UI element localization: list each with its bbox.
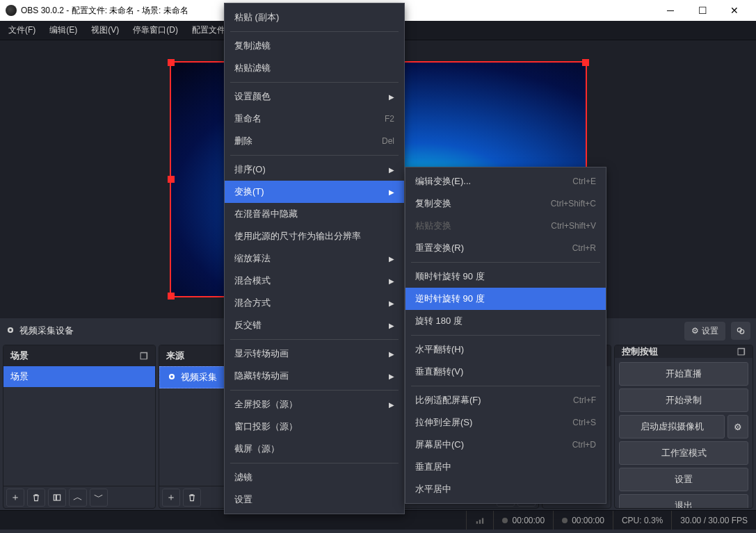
scene-up-button[interactable]: ︿: [69, 489, 87, 507]
menu-item[interactable]: 垂直翻转(V): [405, 361, 606, 383]
menu-item-shortcut: Ctrl+R: [572, 243, 596, 253]
submenu-arrow-icon: ▶: [389, 300, 394, 307]
menu-item[interactable]: 在混音器中隐藏: [225, 203, 404, 225]
menu-item[interactable]: 垂直居中: [405, 456, 606, 478]
settings-btn-label: 设置: [702, 325, 718, 337]
menu-item-label: 垂直翻转(V): [415, 366, 596, 378]
menu-item[interactable]: 混合模式▶: [225, 270, 404, 292]
stream-status: 00:00:00: [493, 511, 553, 530]
rec-dot-icon: [562, 518, 568, 523]
scene-down-button[interactable]: ﹀: [90, 489, 108, 507]
add-scene-button[interactable]: ＋: [6, 489, 24, 507]
start-virtualcam-button[interactable]: 启动虚拟摄像机: [619, 415, 725, 438]
menu-item[interactable]: 旋转 180 度: [405, 310, 606, 332]
scene-filters-button[interactable]: [48, 489, 66, 507]
transform-submenu: 编辑变换(E)...Ctrl+E复制变换Ctrl+Shift+C粘贴变换Ctrl…: [405, 167, 606, 504]
menu-item[interactable]: 显示转场动画▶: [225, 343, 404, 365]
menu-item[interactable]: 混合方式▶: [225, 292, 404, 314]
resize-handle[interactable]: [168, 59, 175, 66]
scene-item[interactable]: 场景: [3, 366, 155, 387]
menu-item-shortcut: Ctrl+Shift+C: [551, 199, 596, 208]
menu-item-shortcut: F2: [385, 114, 394, 124]
menu-item[interactable]: 比例适配屏幕(F)Ctrl+F: [405, 389, 606, 411]
svg-point-7: [170, 375, 173, 378]
menu-item[interactable]: 顺时针旋转 90 度: [405, 265, 606, 288]
add-source-button[interactable]: ＋: [162, 489, 180, 507]
popout-icon[interactable]: ❐: [737, 347, 746, 357]
settings-button[interactable]: 设置: [619, 468, 748, 491]
svg-rect-5: [56, 494, 60, 500]
gear-icon: ⚙: [691, 326, 699, 336]
menu-item-shortcut: Ctrl+S: [572, 418, 596, 427]
resize-handle[interactable]: [168, 176, 175, 183]
virtualcam-settings-button[interactable]: ⚙: [727, 415, 748, 438]
menu-item[interactable]: 粘贴滤镜: [225, 57, 404, 79]
start-streaming-button[interactable]: 开始直播: [619, 362, 748, 386]
menu-item[interactable]: 排序(O)▶: [225, 158, 404, 181]
menu-item-label: 水平居中: [415, 483, 596, 495]
obs-logo-icon: [6, 5, 17, 16]
menu-item[interactable]: 复制滤镜: [225, 35, 404, 57]
menu-item[interactable]: 水平翻转(H): [405, 338, 606, 361]
menu-item[interactable]: 复制变换Ctrl+Shift+C: [405, 192, 606, 215]
remove-scene-button[interactable]: [27, 489, 45, 507]
menu-item-label: 重命名: [234, 113, 364, 125]
close-button[interactable]: ✕: [718, 0, 750, 21]
menu-item[interactable]: 屏幕居中(C)Ctrl+D: [405, 434, 606, 456]
submenu-arrow-icon: ▶: [389, 372, 394, 380]
menu-item[interactable]: 变换(T)▶: [225, 181, 404, 203]
menu-item[interactable]: 重命名F2: [225, 108, 404, 130]
menu-item[interactable]: 重置变换(R)Ctrl+R: [405, 237, 606, 259]
studio-mode-button[interactable]: 工作室模式: [619, 441, 748, 465]
menu-item[interactable]: 缩放算法▶: [225, 247, 404, 270]
menu-edit[interactable]: 编辑(E): [44, 22, 83, 39]
menu-item[interactable]: 截屏（源）: [225, 438, 404, 460]
minimize-button[interactable]: ─: [654, 0, 686, 21]
menu-view[interactable]: 视图(V): [86, 22, 124, 39]
source-properties-button[interactable]: ⚙ 设置: [684, 322, 725, 341]
remove-source-button[interactable]: [183, 489, 201, 507]
scenes-header[interactable]: 场景 ❐: [3, 345, 155, 366]
menu-item[interactable]: 隐藏转场动画▶: [225, 365, 404, 387]
menu-item-label: 删除: [234, 135, 361, 147]
popout-icon[interactable]: ❐: [140, 351, 148, 361]
menu-item-label: 拉伸到全屏(S): [415, 416, 552, 429]
menu-item[interactable]: 编辑变换(E)...Ctrl+E: [405, 170, 606, 192]
menu-item[interactable]: 反交错▶: [225, 314, 404, 336]
submenu-arrow-icon: ▶: [389, 93, 394, 101]
menu-item[interactable]: 使用此源的尺寸作为输出分辨率: [225, 225, 404, 247]
live-dot-icon: [502, 518, 508, 523]
menu-item-label: 逆时针旋转 90 度: [415, 293, 596, 305]
resize-handle[interactable]: [168, 293, 175, 300]
menu-item[interactable]: 粘贴 (副本): [225, 6, 404, 28]
menu-separator: [230, 463, 399, 464]
menu-item[interactable]: 滤镜: [225, 466, 404, 489]
controls-header[interactable]: 控制按钮 ❐: [615, 345, 753, 358]
resize-handle[interactable]: [582, 59, 589, 66]
menu-item[interactable]: 设置: [225, 489, 404, 511]
source-context-menu: 粘贴 (副本)复制滤镜粘贴滤镜设置颜色▶重命名F2删除Del排序(O)▶变换(T…: [224, 3, 405, 514]
exit-button[interactable]: 退出: [619, 494, 748, 509]
camera-icon: [6, 325, 15, 337]
menu-item[interactable]: 水平居中: [405, 478, 606, 500]
menu-item-shortcut: Ctrl+E: [572, 177, 596, 186]
menu-item[interactable]: 逆时针旋转 90 度: [405, 288, 606, 310]
menu-item[interactable]: 设置颜色▶: [225, 85, 404, 108]
submenu-arrow-icon: ▶: [389, 166, 394, 174]
menu-item[interactable]: 全屏投影（源）▶: [225, 393, 404, 416]
submenu-arrow-icon: ▶: [389, 277, 394, 285]
menu-item-label: 反交错: [234, 319, 375, 331]
submenu-arrow-icon: ▶: [389, 255, 394, 263]
start-recording-button[interactable]: 开始录制: [619, 388, 748, 412]
menu-item[interactable]: 拉伸到全屏(S)Ctrl+S: [405, 411, 606, 434]
maximize-button[interactable]: ☐: [686, 0, 718, 21]
menu-item-label: 粘贴滤镜: [234, 62, 394, 74]
menu-docks[interactable]: 停靠窗口(D): [127, 22, 184, 39]
menu-item[interactable]: 删除Del: [225, 130, 404, 152]
menu-item-label: 截屏（源）: [234, 443, 394, 455]
menu-item[interactable]: 窗口投影（源）: [225, 416, 404, 438]
menu-item-label: 屏幕居中(C): [415, 438, 552, 451]
menu-file[interactable]: 文件(F): [3, 22, 41, 39]
svg-point-1: [9, 329, 12, 331]
source-filters-button[interactable]: [731, 322, 750, 340]
